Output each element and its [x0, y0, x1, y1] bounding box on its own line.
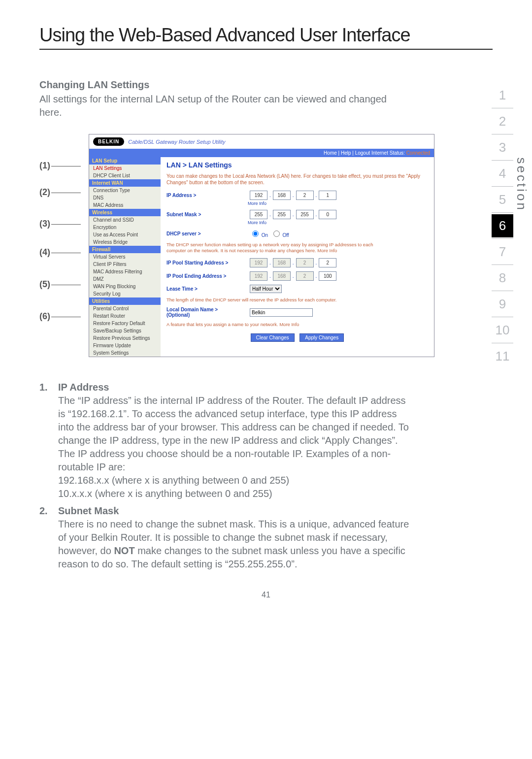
nav-wireless-bridge[interactable]: Wireless Bridge	[89, 238, 161, 246]
pool-end-4[interactable]	[319, 271, 336, 281]
pool-start-label: IP Pool Starting Address >	[166, 260, 248, 265]
not-emphasis: NOT	[114, 545, 134, 556]
dhcp-on-text: On	[262, 232, 268, 238]
nav-system-settings[interactable]: System Settings	[89, 349, 161, 357]
nav-wan-ping[interactable]: WAN Ping Blocking	[89, 283, 161, 290]
subnet-octet-4[interactable]	[319, 210, 336, 219]
apply-changes-button[interactable]: Apply Changes	[299, 333, 344, 342]
pool-start-3	[296, 258, 314, 267]
lease-label: Lease Time >	[166, 286, 248, 292]
section-num-10: 10	[488, 319, 517, 342]
clear-changes-button[interactable]: Clear Changes	[251, 333, 295, 342]
nav-virtual-servers[interactable]: Virtual Servers	[89, 253, 161, 261]
router-header: BELKIN Cable/DSL Gateway Router Setup Ut…	[89, 134, 434, 149]
nav-firmware-update[interactable]: Firmware Update	[89, 342, 161, 349]
nav-use-ap[interactable]: Use as Access Point	[89, 231, 161, 238]
section-heading: Changing LAN Settings	[39, 79, 493, 91]
dhcp-off-radio[interactable]	[273, 231, 280, 237]
nav-internet-wan: Internet WAN	[89, 179, 161, 187]
section-num-4: 4	[488, 162, 517, 185]
nav-dns[interactable]: DNS	[89, 194, 161, 201]
nav-wireless: Wireless	[89, 209, 161, 216]
router-main-desc: You can make changes to the Local Area N…	[166, 173, 428, 186]
nav-restart-router[interactable]: Restart Router	[89, 312, 161, 320]
nav-dmz[interactable]: DMZ	[89, 275, 161, 283]
subnet-octet-2[interactable]	[273, 210, 291, 219]
nav-mac-filtering[interactable]: MAC Address Filtering	[89, 268, 161, 275]
subnet-octet-1[interactable]	[250, 210, 267, 219]
ip-octet-2[interactable]	[273, 191, 291, 200]
dhcp-off-text: Off	[282, 232, 289, 238]
callout-column: (1) (2) (3) (4) (5) (6)	[39, 149, 89, 356]
callout-4: (4)	[39, 247, 81, 258]
router-main: LAN > LAN Settings You can make changes …	[161, 157, 434, 357]
pool-end-1	[250, 271, 267, 281]
item1-text: The “IP address” is the internal IP addr…	[58, 394, 413, 474]
router-topbar: Home | Help | Logout Internet Status: Co…	[89, 149, 434, 157]
subnet-octet-3[interactable]	[296, 210, 314, 219]
pool-end-label: IP Pool Ending Address >	[166, 273, 248, 279]
pool-end-2	[273, 271, 291, 281]
router-main-title: LAN > LAN Settings	[166, 161, 428, 169]
pool-start-1	[250, 258, 267, 267]
pool-end-3	[296, 271, 314, 281]
nav-connection-type[interactable]: Connection Type	[89, 187, 161, 194]
nav-save-backup[interactable]: Save/Backup Settings	[89, 327, 161, 334]
section-num-2: 2	[488, 110, 517, 133]
pool-start-2	[273, 258, 291, 267]
section-num-7: 7	[488, 240, 517, 264]
item1-number: 1.	[39, 382, 49, 500]
item1-example1: 192.168.x.x (where x is anything between…	[58, 474, 413, 487]
nav-parental-control[interactable]: Parental Control	[89, 305, 161, 312]
nav-lan-settings[interactable]: LAN Settings	[89, 165, 161, 172]
item2-text: There is no need to change the subnet ma…	[58, 518, 413, 571]
nav-security-log[interactable]: Security Log	[89, 290, 161, 297]
lease-select[interactable]: Half Hour	[250, 285, 282, 293]
nav-restore-previous[interactable]: Restore Previous Settings	[89, 334, 161, 342]
page-title: Using the Web-Based Advanced User Interf…	[39, 25, 493, 46]
section-num-1: 1	[488, 84, 517, 107]
pool-start-4[interactable]	[319, 258, 336, 267]
domain-input[interactable]	[250, 308, 313, 317]
section-num-5: 5	[488, 188, 517, 211]
ip-octet-1[interactable]	[250, 191, 267, 200]
domain-note: A feature that lets you assign a name to…	[166, 322, 378, 328]
lease-note: The length of time the DHCP server will …	[166, 297, 378, 303]
item1-example2: 10.x.x.x (where x is anything between 0 …	[58, 487, 413, 500]
internet-status: Connected	[406, 150, 430, 156]
subnet-label: Subnet Mask >	[166, 212, 248, 217]
nav-mac-address[interactable]: MAC Address	[89, 201, 161, 209]
ip-octet-3[interactable]	[296, 191, 314, 200]
dhcp-label: DHCP server >	[166, 231, 248, 236]
nav-encryption[interactable]: Encryption	[89, 224, 161, 231]
subnet-more-info[interactable]: More Info	[248, 220, 428, 225]
router-screenshot: (1) (2) (3) (4) (5) (6) BELKIN Cable/DSL…	[39, 134, 438, 357]
nav-client-ip-filters[interactable]: Client IP Filters	[89, 261, 161, 268]
router-sidebar: LAN Setup LAN Settings DHCP Client List …	[89, 157, 161, 357]
section-num-11: 11	[488, 345, 517, 368]
ip-octet-4[interactable]	[319, 191, 336, 200]
nav-dhcp-client-list[interactable]: DHCP Client List	[89, 172, 161, 179]
nav-lan-setup: LAN Setup	[89, 157, 161, 165]
ip-more-info[interactable]: More Info	[248, 201, 428, 206]
callout-2: (2)	[39, 187, 81, 198]
item2-heading: Subnet Mask	[58, 505, 413, 517]
dhcp-note: The DHCP server function makes setting u…	[166, 242, 378, 254]
ip-address-label: IP Address >	[166, 193, 248, 198]
item2-number: 2.	[39, 505, 49, 571]
callout-1: (1)	[39, 161, 81, 171]
title-rule	[39, 49, 493, 50]
dhcp-on-radio[interactable]	[252, 231, 259, 237]
domain-label: Local Domain Name >(Optional)	[166, 307, 248, 318]
section-label: section	[514, 158, 529, 212]
section-nav: 1 2 3 4 5 6 7 8 9 10 11	[488, 84, 517, 368]
section-num-3: 3	[488, 136, 517, 159]
section-num-8: 8	[488, 266, 517, 290]
item1-heading: IP Address	[58, 382, 413, 393]
callout-5: (5)	[39, 279, 81, 290]
callout-3: (3)	[39, 219, 81, 229]
nav-restore-factory[interactable]: Restore Factory Default	[89, 320, 161, 327]
section-intro: All settings for the internal LAN setup …	[39, 93, 394, 119]
belkin-logo: BELKIN	[93, 137, 124, 146]
nav-channel-ssid[interactable]: Channel and SSID	[89, 216, 161, 224]
